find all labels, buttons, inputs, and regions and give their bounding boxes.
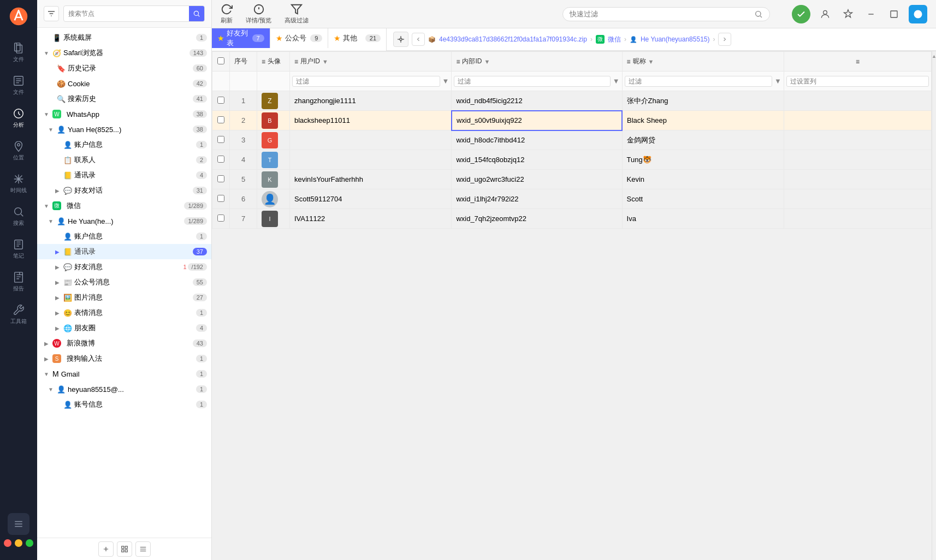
tree-node-whatsapp-contacts[interactable]: 📋 联系人 2 bbox=[37, 152, 211, 168]
filter-icon[interactable]: ▼ bbox=[648, 58, 654, 65]
row-checkbox[interactable] bbox=[217, 175, 224, 182]
table-row[interactable]: 7 I IVA11122 wxid_7qh2jzeomtvp22 Iva bbox=[212, 209, 932, 229]
right-panel-label[interactable]: ▲ bbox=[932, 53, 937, 60]
data-table-wrapper[interactable]: 序号 ≡ 头像 ≡ 用户ID bbox=[212, 51, 932, 560]
row-checkbox[interactable] bbox=[217, 215, 224, 222]
tree-node-whatsapp[interactable]: ▼ W WhatsApp 38 bbox=[37, 106, 211, 122]
tree-list-btn[interactable] bbox=[135, 541, 151, 557]
tree-node-count: 1/289 bbox=[184, 217, 207, 225]
tree-grid-btn[interactable] bbox=[117, 541, 132, 557]
row-checkbox[interactable] bbox=[217, 97, 224, 104]
filter-more-input[interactable] bbox=[786, 76, 929, 87]
svg-rect-10 bbox=[121, 546, 123, 549]
tree-node-gmail-account[interactable]: 👤 账号信息 1 bbox=[37, 397, 211, 412]
filter-userid-input[interactable] bbox=[292, 76, 440, 87]
row-checkbox[interactable] bbox=[217, 156, 224, 163]
tree-node-safari-search[interactable]: 🔍 搜索历史 41 bbox=[37, 91, 211, 106]
filter-userid-icon[interactable]: ▼ bbox=[442, 77, 449, 85]
tab-friends-list[interactable]: ★ 好友列表 7 bbox=[212, 28, 270, 48]
sidebar-item-document[interactable]: 文件 bbox=[3, 70, 34, 100]
more-columns-icon[interactable]: ≡ bbox=[856, 58, 860, 65]
tree-node-wechat[interactable]: ▼ 微 微信 1/289 bbox=[37, 198, 211, 213]
sidebar-item-report[interactable]: 报告 bbox=[3, 266, 34, 297]
tree-node-whatsapp-account[interactable]: 👤 账户信息 1 bbox=[37, 137, 211, 152]
table-row[interactable]: 6 👤 Scott59112704 wxid_i1lhj24r792i22 Sc… bbox=[212, 189, 932, 209]
sidebar-item-notes[interactable]: 笔记 bbox=[3, 234, 34, 264]
nav-back-btn[interactable] bbox=[412, 33, 425, 46]
minimize-btn[interactable] bbox=[863, 6, 879, 22]
tab-public-label: 公众号 bbox=[285, 33, 306, 43]
tree-node-safari[interactable]: ▼ 🧭 Safari浏览器 143 bbox=[37, 45, 211, 61]
tab-others[interactable]: ★ 其他 21 bbox=[328, 28, 386, 48]
pin-icon-btn[interactable] bbox=[840, 6, 856, 22]
tree-node-safari-history[interactable]: 🔖 历史记录 60 bbox=[37, 61, 211, 76]
table-row[interactable]: 2 B blacksheep11011 wxid_s00vt9uixjq922 … bbox=[212, 111, 932, 130]
tree-node-weibo[interactable]: ▶ W 新浪微博 43 bbox=[37, 336, 211, 351]
filter-nickname-icon[interactable]: ▼ bbox=[774, 77, 781, 85]
tree-sort-btn[interactable] bbox=[44, 6, 59, 21]
tree-node-wechat-public-msg[interactable]: ▶ 📰 公众号消息 55 bbox=[37, 275, 211, 290]
tree-search-button[interactable] bbox=[189, 6, 204, 21]
tree-node-wechat-friend-msg[interactable]: ▶ 💬 好友消息 1 /192 bbox=[37, 259, 211, 275]
filter-button[interactable]: 高级过滤 bbox=[285, 3, 309, 25]
search-input[interactable] bbox=[570, 10, 750, 18]
table-row[interactable]: 5 K kevinIsYourFatherhhh wxid_ugo2wrc3fu… bbox=[212, 170, 932, 189]
refresh-label: 刷新 bbox=[221, 16, 233, 25]
tree-node-wechat-moments[interactable]: ▶ 🌐 朋友圈 4 bbox=[37, 320, 211, 336]
tree-node-sogou[interactable]: ▶ S 搜狗输入法 1 bbox=[37, 351, 211, 366]
row-checkbox[interactable] bbox=[217, 136, 224, 143]
detail-button[interactable]: 详情/预览 bbox=[246, 3, 271, 25]
user-icon-btn[interactable] bbox=[817, 6, 833, 22]
traffic-light-green[interactable] bbox=[26, 539, 33, 547]
tree-node-wechat-emoji-msg[interactable]: ▶ 😊 表情消息 1 bbox=[37, 305, 211, 320]
refresh-button[interactable]: 刷新 bbox=[221, 3, 233, 25]
sidebar-item-tools[interactable]: 工具箱 bbox=[3, 299, 34, 330]
tab-public-accounts[interactable]: ★ 公众号 9 bbox=[270, 28, 328, 48]
breadcrumb-zip[interactable]: 4e4393d9ca817d38662f12f0da1fa1a7f091934c… bbox=[439, 35, 587, 43]
row-checkbox[interactable] bbox=[217, 195, 224, 202]
traffic-light-red[interactable] bbox=[4, 539, 11, 547]
tree-node-wechat-account[interactable]: 👤 账户信息 1 bbox=[37, 229, 211, 244]
tree-expand-icon bbox=[55, 141, 62, 148]
filter-icon[interactable]: ▼ bbox=[484, 58, 490, 65]
tree-node-count: 55 bbox=[193, 278, 207, 286]
sidebar-item-analysis[interactable]: 分析 bbox=[3, 103, 34, 133]
filter-internalid-icon[interactable]: ▼ bbox=[613, 77, 620, 85]
tree-node-gmail-user[interactable]: ▼ 👤 heyuan85515@... 1 bbox=[37, 382, 211, 397]
tree-add-btn[interactable] bbox=[98, 541, 114, 557]
sidebar-item-timeline[interactable]: 时间线 bbox=[3, 168, 34, 199]
row-checkbox[interactable] bbox=[217, 116, 224, 123]
tree-node-wechat-contacts[interactable]: ▶ 📒 通讯录 37 bbox=[37, 244, 211, 259]
table-row[interactable]: 3 G wxid_h8odc7ithbd412 金鸽网贷 bbox=[212, 130, 932, 150]
git-button[interactable] bbox=[393, 32, 408, 47]
maximize-btn[interactable] bbox=[886, 6, 902, 22]
traffic-light-yellow[interactable] bbox=[15, 539, 22, 547]
nav-forward-btn[interactable] bbox=[718, 33, 731, 46]
tree-node-wechat-image-msg[interactable]: ▶ 🖼️ 图片消息 27 bbox=[37, 290, 211, 305]
tree-node-wechat-heyuan[interactable]: ▼ 👤 He Yuan(he...) 1/289 bbox=[37, 213, 211, 229]
tree-node-gmail[interactable]: ▼ M Gmail 1 bbox=[37, 366, 211, 382]
tree-node-label: 图片消息 bbox=[74, 293, 193, 302]
tree-node-count: 1 bbox=[196, 355, 207, 362]
tree-node-safari-cookie[interactable]: 🍪 Cookie 42 bbox=[37, 76, 211, 91]
sidebar-menu-btn[interactable] bbox=[8, 513, 29, 535]
sidebar-item-location[interactable]: 位置 bbox=[3, 135, 34, 166]
breadcrumb-app[interactable]: 微信 bbox=[608, 35, 621, 44]
tree-node-whatsapp-user[interactable]: ▼ 👤 Yuan He(8525...) 38 bbox=[37, 122, 211, 137]
select-all-checkbox[interactable] bbox=[217, 57, 224, 64]
tree-node-system-screenshot[interactable]: 📱 系统截屏 1 bbox=[37, 30, 211, 45]
filter-icon[interactable]: ▼ bbox=[322, 58, 328, 65]
app-icon-btn[interactable] bbox=[909, 5, 927, 23]
table-row[interactable]: 4 T wxid_154fcq8obzjq12 Tung🐯 bbox=[212, 150, 932, 170]
tree-node-whatsapp-addressbook[interactable]: 📒 通讯录 4 bbox=[37, 168, 211, 183]
breadcrumb-user[interactable]: He Yuan(heyuan85515) bbox=[641, 35, 710, 43]
svg-point-6 bbox=[15, 207, 22, 215]
filter-nickname-input[interactable] bbox=[625, 76, 773, 87]
tree-search-input[interactable] bbox=[64, 8, 189, 20]
sidebar-item-files[interactable]: 文件 bbox=[3, 37, 34, 68]
row-avatar-cell: I bbox=[257, 209, 290, 229]
tree-node-whatsapp-chats[interactable]: ▶ 💬 好友对话 31 bbox=[37, 183, 211, 198]
filter-internalid-input[interactable] bbox=[454, 76, 610, 87]
table-row[interactable]: 1 Z zhangzhongjie1111 wxid_ndb4f5icig221… bbox=[212, 91, 932, 111]
sidebar-item-search[interactable]: 搜索 bbox=[3, 201, 34, 231]
